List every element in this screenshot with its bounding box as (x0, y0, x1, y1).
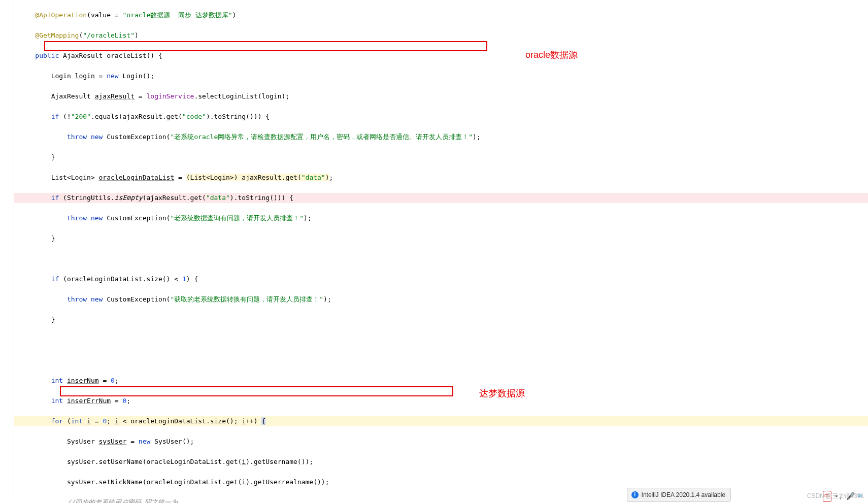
code-line[interactable]: AjaxResult ajaxResult = loginService.sel… (14, 91, 868, 102)
code-line[interactable]: int inserNum = 0; (14, 376, 868, 386)
editor-gutter (0, 0, 14, 503)
code-line[interactable]: @GetMapping("/oracleList") (14, 30, 868, 41)
code-line[interactable]: if (StringUtils.isEmpty(ajaxResult.get("… (14, 193, 868, 203)
code-line[interactable]: @ApiOperation(value = "oracle数据源 同步 达梦数据… (14, 10, 868, 20)
code-line[interactable]: sysUser.setNickName(oracleLoginDataList.… (14, 477, 868, 487)
code-editor[interactable]: @ApiOperation(value = "oracle数据源 同步 达梦数据… (14, 0, 868, 503)
info-icon: i (631, 491, 639, 498)
code-line[interactable]: } (14, 152, 868, 162)
code-line[interactable]: } (14, 233, 868, 244)
code-line[interactable]: sysUser.setUserName(oracleLoginDataList.… (14, 457, 868, 467)
code-line[interactable]: List<Login> oracleLoginDataList = (List<… (14, 173, 868, 183)
code-line[interactable]: //同步的老系统用户密码 明文统一为 (14, 497, 868, 503)
code-line[interactable]: throw new CustomException("老系统oracle网络异常… (14, 132, 868, 142)
code-line[interactable]: int inserErrNum = 0; (14, 396, 868, 406)
code-line[interactable]: if (oracleLoginDataList.size() < 1) { (14, 274, 868, 284)
notification-text: IntelliJ IDEA 2020.1.4 available (642, 490, 725, 500)
code-line[interactable]: throw new CustomException("老系统数据查询有问题，请开… (14, 213, 868, 223)
code-line[interactable]: for (int i = 0; i < oracleLoginDataList.… (14, 416, 868, 426)
code-line[interactable] (14, 335, 868, 345)
code-line[interactable]: Login login = new Login(); (14, 71, 868, 81)
csdn-watermark: CSDN @王大锤4391 (807, 491, 864, 501)
code-line[interactable]: SysUser sysUser = new SysUser(); (14, 437, 868, 447)
code-line[interactable]: if (!"200".equals(ajaxResult.get("code")… (14, 112, 868, 122)
code-line[interactable]: } (14, 315, 868, 325)
update-notification[interactable]: i IntelliJ IDEA 2020.1.4 available (627, 488, 731, 502)
code-line[interactable]: public AjaxResult oracleList() { (14, 51, 868, 61)
code-line[interactable] (14, 254, 868, 264)
code-line[interactable] (14, 355, 868, 365)
code-line[interactable]: throw new CustomException("获取的老系统数据转换有问题… (14, 294, 868, 305)
